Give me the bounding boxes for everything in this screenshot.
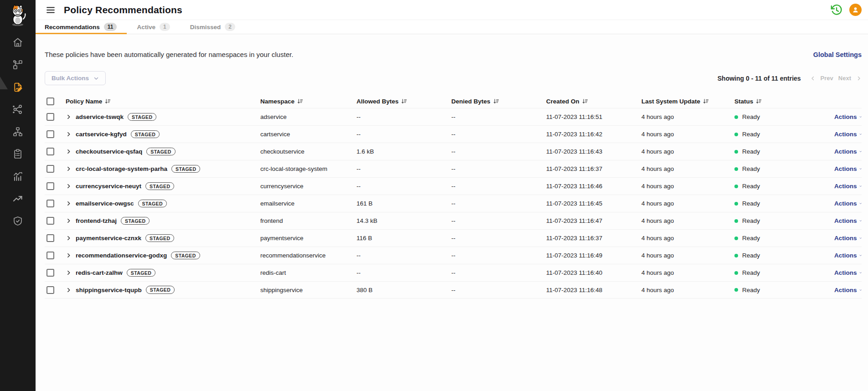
sort-icon[interactable] [493,98,499,104]
app-logo[interactable] [0,0,36,30]
table-row: redis-cart-zalhwSTAGEDredis-cart----11-0… [45,264,862,281]
analytics-bars-icon [12,171,23,182]
user-avatar-button[interactable] [849,4,862,16]
actions-menu-button[interactable]: Actions [834,131,862,138]
column-header-allowed-bytes[interactable]: Allowed Bytes [356,98,451,105]
row-checkbox[interactable] [46,113,54,121]
expand-row-button[interactable] [66,149,72,154]
staged-badge: STAGED [138,200,167,208]
policy-name: emailservice-owgsc [76,200,134,207]
sidebar-item-trends[interactable] [12,193,24,205]
sidebar-item-policy-recommendations[interactable] [12,81,24,93]
expand-row-button[interactable] [66,270,72,276]
sidebar-item-topology[interactable] [12,59,24,71]
column-header-namespace[interactable]: Namespace [260,98,356,105]
expand-row-button[interactable] [66,114,72,120]
expand-row-button[interactable] [66,166,72,172]
table-row: checkoutservice-qsfaqSTAGEDcheckoutservi… [45,143,862,160]
sort-icon[interactable] [401,98,407,104]
sidebar-item-cluster[interactable] [12,126,24,138]
sidebar-item-home[interactable] [12,36,24,48]
expand-row-button[interactable] [66,287,72,293]
actions-menu-button[interactable]: Actions [834,183,862,190]
bulk-actions-button[interactable]: Bulk Actions [45,71,106,85]
tab-count-badge: 1 [160,23,170,31]
expand-row-button[interactable] [66,131,72,137]
sort-icon[interactable] [582,98,588,104]
clipboard-list-icon [12,149,23,159]
sidebar-item-analytics[interactable] [12,170,24,182]
row-checkbox[interactable] [46,269,54,277]
actions-menu-button[interactable]: Actions [834,252,862,259]
tab-active[interactable]: Active 1 [127,20,180,34]
actions-label: Actions [834,148,857,155]
allowed-bytes-cell: -- [356,252,451,259]
status-dot-icon [734,219,738,223]
expand-row-button[interactable] [66,201,72,206]
actions-menu-button[interactable]: Actions [834,113,862,120]
last-system-update-cell: 4 hours ago [641,165,734,172]
expand-row-button[interactable] [66,235,72,241]
row-checkbox[interactable] [46,182,54,190]
row-checkbox[interactable] [46,234,54,242]
column-header-created-on[interactable]: Created On [546,98,641,105]
row-checkbox[interactable] [46,252,54,259]
sort-icon[interactable] [703,98,709,104]
row-checkbox[interactable] [46,217,54,225]
denied-bytes-cell: -- [451,165,546,172]
tab-recommendations[interactable]: Recommendations 11 [36,20,127,34]
history-button[interactable] [830,4,842,16]
actions-menu-button[interactable]: Actions [834,287,862,293]
sidebar-item-graph[interactable] [12,103,24,115]
policy-name: cartservice-kgfyd [76,131,127,138]
allowed-bytes-cell: 380 B [356,287,451,293]
column-header-policy-name[interactable]: Policy Name [66,98,260,105]
staged-badge: STAGED [145,234,174,242]
last-system-update-cell: 4 hours ago [641,252,734,259]
sort-icon[interactable] [105,98,111,104]
prev-button[interactable]: Prev [821,75,833,82]
actions-menu-button[interactable]: Actions [834,200,862,207]
menu-button[interactable] [45,4,57,16]
namespace-cell: crc-local-storage-system [260,165,356,172]
column-header-last-system-update[interactable]: Last System Update [641,98,734,105]
actions-menu-button[interactable]: Actions [834,235,862,242]
row-checkbox[interactable] [46,148,54,155]
row-checkbox[interactable] [46,200,54,207]
sort-icon[interactable] [297,98,303,104]
status-cell: Ready [734,252,834,259]
policies-table: Policy Name Namespace Allowed Bytes Deni… [45,94,862,298]
table-body: adservice-tswqkSTAGEDadservice----11-07-… [45,108,862,298]
column-header-status[interactable]: Status [734,98,834,105]
status-label: Ready [742,113,760,120]
row-checkbox[interactable] [46,130,54,138]
sort-icon[interactable] [756,98,762,104]
tab-dismissed[interactable]: Dismissed 2 [180,20,245,34]
actions-menu-button[interactable]: Actions [834,269,862,276]
next-chevron-icon[interactable] [856,76,862,81]
expand-row-button[interactable] [66,218,72,224]
sidebar-item-security[interactable] [12,215,24,227]
row-checkbox[interactable] [46,165,54,173]
global-settings-link[interactable]: Global Settings [813,51,862,58]
column-header-denied-bytes[interactable]: Denied Bytes [451,98,546,105]
user-icon [852,6,859,14]
actions-menu-button[interactable]: Actions [834,165,862,172]
created-on-cell: 11-07-2023 11:16:45 [546,200,641,207]
row-checkbox[interactable] [46,286,54,294]
sidebar-item-reports[interactable] [12,148,24,160]
status-label: Ready [742,200,760,207]
policy-name: recommendationservice-godxg [76,252,167,259]
namespace-cell: adservice [260,113,356,120]
prev-chevron-icon[interactable] [810,76,816,81]
expand-row-button[interactable] [66,183,72,189]
description-text: These policies have been automatically g… [45,51,293,58]
actions-label: Actions [834,287,857,293]
actions-menu-button[interactable]: Actions [834,217,862,224]
namespace-cell: frontend [260,217,356,224]
select-all-checkbox[interactable] [46,98,54,105]
next-button[interactable]: Next [838,75,851,82]
expand-row-button[interactable] [66,252,72,258]
namespace-cell: checkoutservice [260,148,356,155]
actions-menu-button[interactable]: Actions [834,148,862,155]
